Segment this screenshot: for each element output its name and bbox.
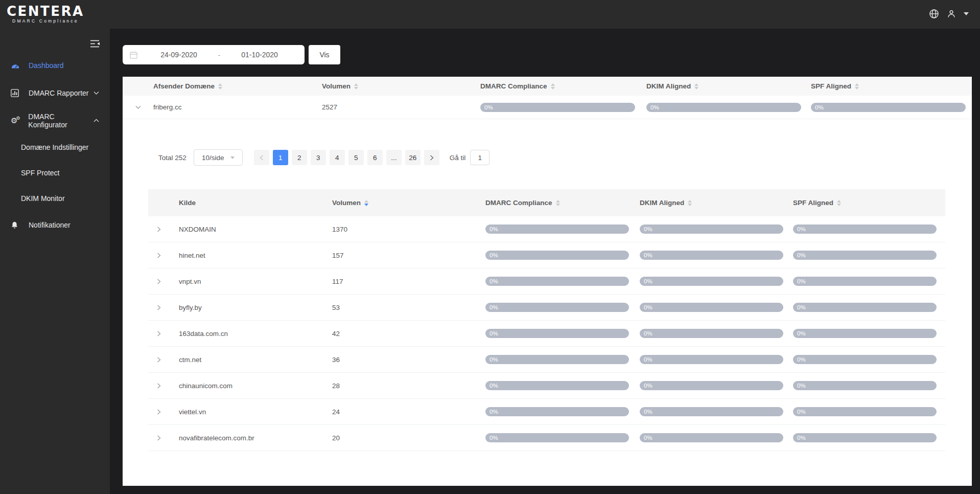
sort-icon[interactable] bbox=[688, 200, 692, 206]
source-volume: 42 bbox=[332, 330, 485, 338]
source-name: hinet.net bbox=[179, 252, 332, 259]
sort-icon[interactable] bbox=[354, 83, 358, 89]
sidebar: Dashboard DMARC Rapporter ⚙⚙ DMARC Konfi… bbox=[0, 29, 110, 494]
globe-icon[interactable] bbox=[929, 9, 939, 19]
sidebar-subitem-domaene-indstillinger[interactable]: Domæne Indstillinger bbox=[0, 134, 110, 160]
top-bar: CENTERA DMARC Compliance bbox=[0, 0, 980, 29]
expand-chevron-right-icon[interactable] bbox=[148, 279, 179, 284]
spf-aligned-progressbar: 0% bbox=[793, 277, 937, 286]
column-header-dkim-aligned: DKIM Aligned bbox=[640, 199, 684, 207]
sidebar-item-dashboard[interactable]: Dashboard bbox=[0, 52, 110, 79]
content-panel: Afsender Domæne Volumen DMARC Compliance… bbox=[123, 77, 972, 486]
dkim-aligned-progressbar: 0% bbox=[646, 103, 801, 112]
sort-icon[interactable] bbox=[837, 200, 841, 206]
sort-icon-active[interactable] bbox=[364, 200, 368, 206]
page-button[interactable]: 5 bbox=[348, 150, 364, 165]
expand-chevron-right-icon[interactable] bbox=[148, 409, 179, 415]
source-name: vnpt.vn bbox=[179, 278, 332, 285]
page-button[interactable]: 4 bbox=[330, 150, 345, 165]
dkim-aligned-progressbar: 0% bbox=[640, 329, 783, 338]
expand-chevron-right-icon[interactable] bbox=[148, 383, 179, 389]
source-volume: 117 bbox=[332, 278, 485, 285]
date-range-picker[interactable]: - bbox=[123, 45, 305, 64]
brand-logo: CENTERA DMARC Compliance bbox=[7, 4, 84, 24]
expand-chevron-right-icon[interactable] bbox=[148, 253, 179, 258]
page-button[interactable]: 1 bbox=[273, 150, 288, 165]
dmarc-compliance-progressbar: 0% bbox=[485, 433, 629, 442]
sort-icon[interactable] bbox=[855, 83, 859, 89]
sidebar-item-dmarc-rapporter[interactable]: DMARC Rapporter bbox=[0, 79, 110, 107]
page-button[interactable]: 26 bbox=[405, 150, 421, 165]
next-page-button[interactable] bbox=[424, 150, 439, 165]
expand-chevron-right-icon[interactable] bbox=[148, 357, 179, 363]
start-date-input[interactable] bbox=[146, 50, 212, 59]
sort-icon[interactable] bbox=[694, 83, 698, 89]
goto-page-input[interactable] bbox=[470, 150, 489, 165]
domain-name: friberg.cc bbox=[153, 103, 322, 111]
source-volume: 36 bbox=[332, 356, 485, 364]
sidebar-collapse-icon[interactable] bbox=[90, 40, 100, 48]
end-date-input[interactable] bbox=[227, 50, 292, 59]
vis-button[interactable]: Vis bbox=[309, 45, 340, 64]
sidebar-item-label: DMARC Konfigurator bbox=[28, 113, 94, 129]
sources-table-header: Kilde Volumen DMARC Compliance DKIM Alig… bbox=[148, 189, 945, 216]
source-row: byfly.by 53 0% 0% 0% bbox=[148, 295, 945, 321]
sort-icon[interactable] bbox=[551, 83, 555, 89]
source-name: viettel.vn bbox=[179, 408, 332, 416]
dkim-aligned-progressbar: 0% bbox=[640, 251, 783, 260]
dkim-aligned-progressbar: 0% bbox=[640, 381, 783, 390]
sidebar-subitem-label: SPF Protect bbox=[21, 169, 59, 177]
spf-aligned-progressbar: 0% bbox=[793, 433, 937, 442]
domains-table-body: friberg.cc 2527 0% 0% 0% bbox=[123, 96, 972, 119]
source-name: novafibratelecom.com.br bbox=[179, 434, 332, 442]
caret-down-icon[interactable] bbox=[964, 12, 969, 15]
page-ellipsis-button[interactable]: ... bbox=[386, 150, 402, 165]
expand-chevron-right-icon[interactable] bbox=[148, 227, 179, 232]
source-volume: 53 bbox=[332, 304, 485, 311]
column-header-dmarc-compliance: DMARC Compliance bbox=[485, 199, 552, 207]
source-name: NXDOMAIN bbox=[179, 226, 332, 233]
dmarc-compliance-progressbar: 0% bbox=[485, 251, 629, 260]
page-button[interactable]: 3 bbox=[311, 150, 326, 165]
source-row: NXDOMAIN 1370 0% 0% 0% bbox=[148, 216, 945, 242]
bell-icon bbox=[11, 221, 23, 230]
brand-name: CENTERA bbox=[7, 4, 84, 18]
spf-aligned-progressbar: 0% bbox=[793, 251, 937, 260]
sidebar-subitem-spf-protect[interactable]: SPF Protect bbox=[0, 160, 110, 186]
expand-chevron-down-icon[interactable] bbox=[123, 105, 153, 109]
sort-icon[interactable] bbox=[556, 200, 560, 206]
source-name: ctm.net bbox=[179, 356, 332, 364]
spf-aligned-progressbar: 0% bbox=[793, 224, 937, 234]
date-range-bar: - Vis bbox=[123, 45, 340, 64]
source-volume: 20 bbox=[332, 434, 485, 442]
source-name: chinaunicom.com bbox=[179, 382, 332, 390]
sort-icon[interactable] bbox=[218, 83, 222, 89]
date-separator: - bbox=[212, 51, 227, 59]
user-icon[interactable] bbox=[947, 9, 956, 18]
dkim-aligned-progressbar: 0% bbox=[640, 303, 783, 312]
expand-chevron-right-icon[interactable] bbox=[148, 331, 179, 336]
expand-chevron-right-icon[interactable] bbox=[148, 435, 179, 441]
chevron-up-icon bbox=[94, 119, 99, 123]
expand-chevron-right-icon[interactable] bbox=[148, 305, 179, 310]
sidebar-subitem-dkim-monitor[interactable]: DKIM Monitor bbox=[0, 186, 110, 211]
dmarc-compliance-progressbar: 0% bbox=[485, 329, 629, 338]
sidebar-item-label: DMARC Rapporter bbox=[29, 89, 88, 97]
sidebar-item-notifikationer[interactable]: Notifikationer bbox=[0, 211, 110, 239]
domains-table-header: Afsender Domæne Volumen DMARC Compliance… bbox=[123, 77, 972, 96]
dmarc-compliance-progressbar: 0% bbox=[485, 303, 629, 312]
source-name: 163data.com.cn bbox=[179, 330, 332, 338]
sidebar-item-label: Dashboard bbox=[29, 61, 64, 70]
page-size-select[interactable]: 10/side bbox=[194, 149, 243, 166]
spf-aligned-progressbar: 0% bbox=[793, 303, 937, 312]
page-button[interactable]: 6 bbox=[367, 150, 383, 165]
spf-aligned-progressbar: 0% bbox=[793, 355, 937, 364]
sidebar-item-dmarc-konfigurator[interactable]: ⚙⚙ DMARC Konfigurator bbox=[0, 107, 110, 134]
column-header-dkim-aligned: DKIM Aligned bbox=[646, 82, 691, 90]
page-button[interactable]: 2 bbox=[292, 150, 307, 165]
prev-page-button[interactable] bbox=[254, 150, 269, 165]
column-header-dmarc-compliance: DMARC Compliance bbox=[480, 82, 547, 90]
sidebar-subitem-label: Domæne Indstillinger bbox=[21, 143, 88, 151]
page-size-value: 10/side bbox=[202, 154, 224, 162]
dkim-aligned-progressbar: 0% bbox=[640, 277, 783, 286]
